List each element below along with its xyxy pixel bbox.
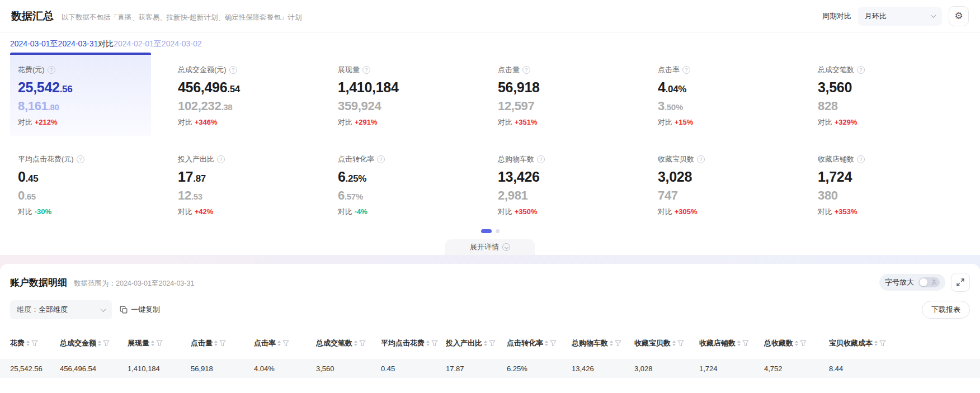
one-click-copy-button[interactable]: 一键复制 [120,305,160,315]
pagination-dot[interactable] [496,229,500,233]
page: 数据汇总 以下数据不包括「直播、获客易、拉新快-超新计划、确定性保障套餐包」计划… [0,0,980,393]
filter-funnel-icon[interactable] [615,340,621,347]
table-column-header[interactable]: 投入产出比 [446,338,507,348]
chevron-down-icon [101,306,106,312]
column-label: 总成交金额 [60,338,96,348]
help-icon[interactable] [522,66,530,74]
filter-funnel-icon[interactable] [431,340,438,347]
fullscreen-button[interactable] [951,273,970,292]
table-column-header[interactable]: 收藏宝贝数 [634,338,699,348]
filter-funnel-icon[interactable] [31,340,38,347]
table-column-header[interactable]: 宝贝收藏成本 [829,338,913,348]
metric-delta: 对比 +212% [18,117,143,127]
help-icon[interactable] [537,155,545,163]
metric-card[interactable]: 总购物车数 13,426 2,981 对比 +350% [490,142,631,226]
metric-card[interactable]: 总成交金额(元) 456,496.54 102,232.38 对比 +346% [170,53,311,136]
sort-icon[interactable] [277,340,281,346]
section-divider-gradient: 账户数据明细 数据范围为：2024-03-01至2024-03-31 字号放大 … [0,255,980,393]
sort-icon[interactable] [354,340,357,346]
sort-icon[interactable] [98,340,101,346]
metric-card[interactable]: 总成交笔数 3,560 828 对比 +329% [810,53,951,136]
sort-icon[interactable] [545,340,548,346]
table-column-header[interactable]: 点击量 [191,338,254,348]
table-column-header[interactable]: 总成交笔数 [316,338,381,348]
metric-value: 13,426 [498,169,623,185]
metric-card[interactable]: 收藏店铺数 1,724 380 对比 +353% [810,142,951,226]
help-icon[interactable] [362,66,370,74]
metric-value: 1,724 [818,169,943,185]
help-icon[interactable] [857,155,865,163]
help-icon[interactable] [682,66,690,74]
filter-funnel-icon[interactable] [550,340,557,347]
filter-funnel-icon[interactable] [219,340,226,347]
font-zoom-label: 字号放大 [885,277,914,287]
sort-icon[interactable] [795,340,798,346]
metric-card[interactable]: 投入产出比 17.87 12.53 对比 +42% [170,142,311,226]
metric-card[interactable]: 点击率 4.04% 3.50% 对比 +15% [650,53,791,136]
metric-compare-value: 380 [818,188,943,203]
metric-card[interactable]: 展现量 1,410,184 359,924 对比 +291% [330,53,471,136]
help-icon[interactable] [229,66,237,74]
table-column-header[interactable]: 点击转化率 [507,338,572,348]
table-cell: 456,496.54 [60,364,128,373]
filter-funnel-icon[interactable] [282,340,289,347]
dimension-value: 全部维度 [39,305,68,314]
help-icon[interactable] [857,66,865,74]
filter-funnel-icon[interactable] [489,340,496,347]
help-icon[interactable] [77,155,84,163]
sort-icon[interactable] [610,340,613,346]
table-column-header[interactable]: 展现量 [128,338,191,348]
metric-label: 点击率 [658,65,680,75]
help-icon[interactable] [377,155,385,163]
table-cell: 13,426 [572,364,634,373]
metric-compare-value: 102,232.38 [178,99,303,113]
table-column-header[interactable]: 总购物车数 [572,338,634,348]
metric-card[interactable]: 点击量 56,918 12,597 对比 +351% [490,53,631,136]
table-column-header[interactable]: 平均点击花费 [381,338,446,348]
table-data-row[interactable]: 25,542.56456,496.541,410,18456,9184.04%3… [0,359,980,378]
table-column-header[interactable]: 点击率 [254,338,316,348]
font-zoom-toggle[interactable]: 关 [918,277,940,287]
table-column-header[interactable]: 花费 [10,338,60,348]
metric-delta: 对比 +15% [658,117,783,127]
filter-funnel-icon[interactable] [103,340,110,347]
help-icon[interactable] [217,155,225,163]
metric-card[interactable]: 点击转化率 6.25% 6.57% 对比 -4% [330,142,471,226]
period-select[interactable]: 月环比 [858,7,942,26]
filter-funnel-icon[interactable] [359,340,366,347]
table-column-header[interactable]: 总成交金额 [60,338,128,348]
dimension-select[interactable]: 维度：全部维度 [10,300,112,319]
download-report-button[interactable]: 下载报表 [922,301,970,319]
table-cell: 3,028 [634,364,699,373]
help-icon[interactable] [48,66,55,74]
table-cell: 1,410,184 [128,364,191,373]
help-icon[interactable] [697,155,705,163]
metric-value: 3,560 [818,79,943,96]
metric-card[interactable]: 花费(元) 25,542.56 8,161.80 对比 +212% [10,53,151,136]
sort-icon[interactable] [737,340,741,346]
filter-funnel-icon[interactable] [677,340,684,347]
metric-card[interactable]: 收藏宝贝数 3,028 747 对比 +305% [650,142,791,226]
column-label: 投入产出比 [446,338,482,348]
sort-icon[interactable] [26,340,30,346]
pagination-dot-active[interactable] [481,229,492,233]
top-bar: 数据汇总 以下数据不包括「直播、获客易、拉新快-超新计划、确定性保障套餐包」计划… [0,0,980,32]
sort-icon[interactable] [672,340,676,346]
filter-funnel-icon[interactable] [879,340,886,347]
settings-button[interactable]: ⚙ [949,6,969,26]
expand-details-button[interactable]: 展开详情 [445,239,535,255]
filter-funnel-icon[interactable] [742,340,749,347]
date-range-tab[interactable]: 2024-03-01至2024-03-31对比2024-02-01至2024-0… [10,39,970,53]
table-column-header[interactable]: 收藏店铺数 [699,338,764,348]
metric-value: 17.87 [178,169,303,185]
sort-icon[interactable] [874,340,878,346]
sort-icon[interactable] [151,340,154,346]
sort-icon[interactable] [484,340,487,346]
filter-funnel-icon[interactable] [156,340,163,347]
sort-icon[interactable] [426,340,430,346]
metric-card[interactable]: 平均点击花费(元) 0.45 0.65 对比 -30% [10,142,151,226]
metric-compare-value: 747 [658,188,783,203]
filter-funnel-icon[interactable] [800,340,807,347]
sort-icon[interactable] [214,340,218,346]
table-column-header[interactable]: 总收藏数 [764,338,829,348]
